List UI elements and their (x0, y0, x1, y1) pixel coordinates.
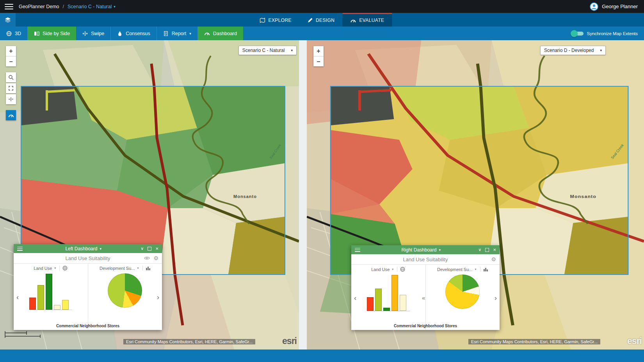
toolbar-consensus-label: Consensus (126, 31, 150, 36)
development-suitability-widget: Development Su... ▾ (88, 264, 162, 330)
toolbar-swipe-button[interactable]: Swipe (76, 27, 111, 40)
close-icon[interactable]: × (155, 246, 158, 251)
globe-icon[interactable] (400, 267, 405, 272)
close-icon[interactable]: × (493, 247, 496, 252)
next-chart-arrow[interactable]: › (495, 294, 497, 301)
tab-design[interactable]: DESIGN (299, 13, 342, 27)
chart-field-selector[interactable]: Land Use ▾ (14, 266, 88, 271)
left-dashboard-panel-title: Land Use Suitability (66, 255, 110, 261)
next-chart-arrow[interactable]: › (157, 293, 159, 301)
settings-gear-icon[interactable]: ⚙ (491, 256, 496, 262)
explore-icon (260, 18, 265, 23)
chart-field-label: Development Su... (100, 266, 135, 271)
sync-map-extents-toggle[interactable] (572, 32, 584, 36)
toolbar-report-label: Report (172, 31, 187, 36)
chart-field-selector[interactable]: Land Use ▾ (351, 267, 425, 272)
development-suitability-pie-chart (445, 275, 480, 309)
zoom-out-button[interactable]: − (6, 56, 16, 66)
maximize-icon[interactable] (148, 247, 151, 251)
chart-field-selector[interactable]: Development Su... ▾ (426, 267, 500, 272)
dashboard-menu-icon[interactable] (355, 248, 360, 252)
left-dashboard-title: Left Dashboard (65, 246, 97, 251)
geoplanner-app: GeoPlanner Demo / Scenario C - Natural ▾… (0, 0, 644, 362)
bar-segment (400, 295, 406, 311)
right-map-view[interactable]: Monsanto Seal Creek Scenario D - Develop… (307, 40, 644, 350)
settings-gear-icon[interactable]: ⚙ (153, 255, 158, 261)
bar-chart-icon[interactable] (146, 266, 151, 271)
chart-caption: Commercial Neighborhood Stores (351, 324, 500, 328)
gauge-icon (204, 31, 210, 36)
right-dashboard-title-dropdown[interactable]: Right Dashboard ▾ (364, 247, 478, 253)
map-divider (299, 40, 307, 350)
dashboard-tool-button[interactable] (6, 110, 16, 120)
bar-segment (46, 274, 52, 310)
right-dashboard-header[interactable]: Right Dashboard ▾ ∨ × (351, 245, 500, 254)
tab-design-label: DESIGN (316, 18, 334, 23)
globe-icon (6, 31, 12, 36)
bar-chart-icon[interactable] (483, 267, 488, 272)
layers-panel-button[interactable] (0, 13, 16, 27)
swipe-tool-button[interactable] (6, 94, 16, 104)
footer-bar (0, 350, 644, 362)
chart-field-label: Land Use (371, 267, 390, 272)
breadcrumb-scenario-dropdown[interactable]: Scenario C - Natural ▾ (68, 4, 116, 9)
pencil-icon (307, 18, 313, 23)
main-menu-icon[interactable] (5, 4, 13, 9)
left-map-view[interactable]: Monsanto Seal Creek Scenario C - Natural… (0, 40, 299, 350)
default-extent-button[interactable] (6, 83, 16, 93)
toolbar-3d-label: 3D (15, 31, 21, 36)
collapse-widget-arrow[interactable]: « (422, 294, 425, 300)
dashboard-menu-icon[interactable] (17, 247, 23, 251)
chart-field-label: Land Use (34, 266, 52, 271)
right-scenario-selector[interactable]: Scenario D - Developed ▾ (540, 46, 606, 55)
mode-tab-bar: EXPLORE DESIGN EVALUATE (0, 13, 644, 27)
collapse-icon[interactable]: ∨ (141, 246, 144, 251)
toolbar-side-by-side-button[interactable]: Side by Side (28, 27, 76, 40)
search-icon (8, 75, 14, 80)
toolbar-3d-button[interactable]: 3D (0, 27, 28, 40)
map-label-monsanto: Monsanto (570, 194, 597, 199)
evaluate-toolbar: 3D Side by Side Swipe Consensus Report ▾… (0, 27, 644, 40)
zoom-in-button[interactable]: + (6, 46, 16, 56)
expand-icon (8, 86, 14, 91)
chart-field-selector[interactable]: Development Su... ▾ (88, 266, 162, 271)
tab-evaluate[interactable]: EVALUATE (342, 13, 392, 27)
bar-segment (29, 298, 36, 310)
left-scenario-label: Scenario C - Natural (242, 48, 285, 53)
tab-evaluate-label: EVALUATE (359, 18, 384, 23)
tab-explore[interactable]: EXPLORE (252, 13, 299, 27)
chevron-down-icon: ▾ (189, 32, 191, 36)
user-menu[interactable]: George Planner (590, 2, 638, 11)
globe-icon[interactable] (62, 266, 68, 271)
left-scenario-selector[interactable]: Scenario C - Natural ▾ (238, 46, 297, 55)
sync-map-extents-label: Synchronize Map Extents (587, 31, 638, 36)
previous-chart-arrow[interactable]: ‹ (354, 294, 356, 301)
chevron-down-icon: ▾ (439, 248, 441, 252)
gauge-icon (350, 18, 356, 23)
map-label-monsanto: Monsanto (233, 194, 257, 199)
zoom-out-button[interactable]: − (313, 56, 324, 66)
bar-segment (37, 285, 44, 310)
zoom-in-button[interactable]: + (313, 46, 324, 56)
collapse-icon[interactable]: ∨ (478, 248, 481, 252)
chart-caption: Commercial Neighborhood Stores (14, 324, 162, 328)
left-dashboard-title-dropdown[interactable]: Left Dashboard ▾ (26, 246, 141, 251)
left-dashboard-panel: Left Dashboard ▾ ∨ × Land Use Suitabilit… (14, 244, 162, 330)
chevron-down-icon: ▾ (600, 48, 602, 52)
toolbar-consensus-button[interactable]: Consensus (111, 27, 157, 40)
chevron-down-icon: ▾ (114, 5, 116, 9)
toolbar-report-button[interactable]: Report ▾ (157, 27, 198, 40)
search-button[interactable] (6, 72, 16, 82)
maximize-icon[interactable] (485, 248, 489, 252)
left-dashboard-header[interactable]: Left Dashboard ▾ ∨ × (14, 244, 162, 253)
breadcrumb: GeoPlanner Demo / Scenario C - Natural ▾ (19, 4, 116, 9)
user-name: George Planner (602, 4, 638, 9)
chevron-down-icon: ▾ (291, 48, 293, 52)
land-use-bar-chart (29, 274, 72, 310)
toolbar-dashboard-button[interactable]: Dashboard (198, 27, 243, 40)
visibility-eye-icon[interactable] (144, 256, 150, 260)
side-by-side-icon (34, 31, 39, 36)
right-dashboard-panel-title: Land Use Suitability (403, 257, 448, 262)
chevron-down-icon: ▾ (100, 247, 101, 251)
previous-chart-arrow[interactable]: ‹ (16, 293, 19, 301)
